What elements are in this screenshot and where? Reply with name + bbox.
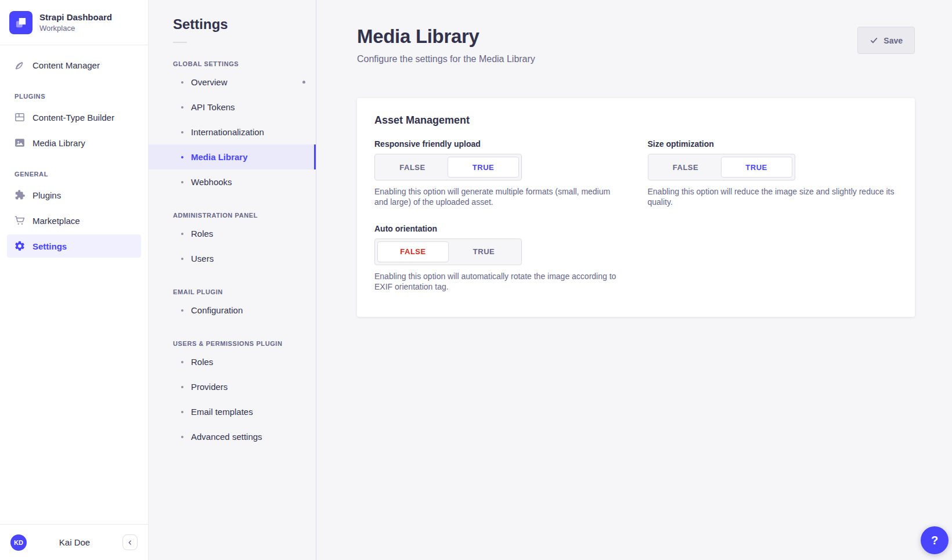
check-icon	[870, 36, 878, 45]
toggle-option-true[interactable]: TRUE	[721, 157, 792, 178]
settings-nav-item-label: Providers	[191, 382, 228, 392]
user-footer: KD Kai Doe	[0, 524, 148, 560]
bullet-icon	[181, 131, 183, 133]
settings-section-header: GLOBAL SETTINGS	[173, 60, 291, 67]
settings-nav-item-label: Configuration	[191, 305, 243, 315]
bullet-icon	[181, 386, 183, 388]
settings-nav-item-label: Webhooks	[191, 177, 232, 187]
settings-sidebar: Settings GLOBAL SETTINGS Overview API To…	[149, 0, 316, 560]
puzzle-icon	[14, 189, 26, 201]
bullet-icon	[181, 411, 183, 413]
feather-pen-icon	[14, 59, 26, 71]
settings-section-header: USERS & PERMISSIONS PLUGIN	[173, 340, 291, 347]
field-label: Responsive friendly upload	[374, 139, 625, 149]
bullet-icon	[181, 181, 183, 183]
strapi-logo-icon	[9, 11, 33, 34]
settings-nav-item-label: Internationalization	[191, 127, 264, 137]
asset-management-card: Asset Management Responsive friendly upl…	[357, 98, 915, 317]
main-navigation: Content ManagerPLUGINS Content-Type Buil…	[0, 45, 148, 524]
toggle-option-false[interactable]: FALSE	[651, 157, 721, 178]
sidebar-section-header: GENERAL	[15, 171, 141, 178]
bullet-icon	[181, 436, 183, 438]
sidebar-item-label: Settings	[33, 241, 67, 251]
setting-field-auto-orientation: Auto orientation FALSETRUE Enabling this…	[374, 224, 625, 292]
setting-field-responsive-friendly-upload: Responsive friendly upload FALSETRUE Ena…	[374, 139, 625, 208]
settings-nav-item-label: Users	[191, 254, 214, 263]
card-title: Asset Management	[374, 114, 897, 127]
sidebar-item-label: Content Manager	[33, 60, 100, 70]
main-content: Media Library Configure the settings for…	[316, 0, 952, 560]
settings-nav-item-media-library[interactable]: Media Library	[149, 144, 316, 169]
sidebar-item-marketplace[interactable]: Marketplace	[7, 209, 141, 232]
workspace-header[interactable]: Strapi Dashboard Workplace	[0, 0, 148, 45]
settings-section-header: EMAIL PLUGIN	[173, 288, 291, 295]
settings-nav-item-label: Roles	[191, 357, 213, 367]
settings-nav-item-users[interactable]: Users	[149, 246, 316, 271]
workspace-name: Workplace	[39, 24, 112, 32]
save-button[interactable]: Save	[857, 27, 915, 54]
boolean-toggle[interactable]: FALSETRUE	[374, 239, 522, 265]
bullet-icon	[181, 258, 183, 260]
settings-nav-item-label: Advanced settings	[191, 432, 262, 442]
app-window: Strapi Dashboard Workplace Content Manag…	[0, 0, 952, 560]
avatar: KD	[10, 534, 27, 551]
field-description: Enabling this option will automatically …	[374, 271, 625, 292]
sidebar-section-header: PLUGINS	[15, 93, 141, 100]
toggle-option-true[interactable]: TRUE	[448, 157, 519, 178]
settings-nav-item-label: Media Library	[191, 152, 248, 162]
collapse-sidebar-button[interactable]	[122, 534, 138, 550]
boolean-toggle[interactable]: FALSETRUE	[374, 154, 522, 180]
sidebar-item-label: Marketplace	[33, 216, 80, 226]
boolean-toggle[interactable]: FALSETRUE	[648, 154, 795, 180]
settings-nav-item-overview[interactable]: Overview	[149, 70, 316, 95]
bullet-icon	[181, 156, 183, 158]
field-label: Size optimization	[648, 139, 898, 149]
settings-nav-item-api-tokens[interactable]: API Tokens	[149, 95, 316, 120]
settings-navigation: GLOBAL SETTINGS Overview API Tokens Inte…	[149, 60, 316, 449]
field-description: Enabling this option will reduce the ima…	[648, 186, 898, 208]
settings-nav-item-label: Email templates	[191, 407, 253, 417]
settings-nav-item-roles[interactable]: Roles	[149, 221, 316, 246]
layout-icon	[14, 111, 26, 123]
toggle-option-false[interactable]: FALSE	[377, 241, 449, 262]
app-title: Strapi Dashboard	[39, 12, 112, 23]
toggle-option-true[interactable]: TRUE	[449, 241, 519, 262]
sidebar-item-settings[interactable]: Settings	[7, 234, 141, 258]
settings-nav-item-label: Roles	[191, 229, 213, 239]
sidebar-item-media-library[interactable]: Media Library	[7, 131, 141, 154]
cart-icon	[14, 215, 26, 226]
page-title: Media Library	[357, 26, 535, 48]
user-name: Kai Doe	[34, 537, 116, 547]
bullet-icon	[181, 106, 183, 109]
bullet-icon	[181, 233, 183, 235]
main-sidebar: Strapi Dashboard Workplace Content Manag…	[0, 0, 149, 560]
settings-nav-item-configuration[interactable]: Configuration	[149, 298, 316, 323]
settings-nav-item-roles[interactable]: Roles	[149, 349, 316, 374]
title-divider	[173, 42, 187, 43]
bullet-icon	[181, 361, 183, 363]
toggle-option-false[interactable]: FALSE	[377, 157, 448, 178]
settings-nav-item-email-templates[interactable]: Email templates	[149, 399, 316, 424]
sidebar-item-content-manager[interactable]: Content Manager	[7, 53, 141, 77]
field-label: Auto orientation	[374, 224, 625, 233]
field-description: Enabling this option will generate multi…	[374, 186, 625, 208]
sidebar-item-label: Media Library	[33, 138, 85, 148]
sidebar-item-label: Content-Type Builder	[33, 113, 114, 122]
settings-fields: Responsive friendly upload FALSETRUE Ena…	[374, 139, 897, 292]
bullet-icon	[181, 309, 183, 312]
settings-nav-item-internationalization[interactable]: Internationalization	[149, 120, 316, 144]
sidebar-item-content-type-builder[interactable]: Content-Type Builder	[7, 106, 141, 129]
help-button[interactable]: ?	[921, 526, 949, 554]
chevron-left-icon	[126, 539, 134, 547]
settings-nav-item-advanced-settings[interactable]: Advanced settings	[149, 424, 316, 449]
gear-icon	[14, 240, 26, 252]
settings-title: Settings	[173, 16, 316, 32]
bullet-icon	[181, 81, 183, 84]
save-button-label: Save	[884, 36, 903, 45]
settings-nav-item-label: API Tokens	[191, 102, 235, 112]
settings-nav-item-webhooks[interactable]: Webhooks	[149, 169, 316, 194]
sidebar-item-label: Plugins	[33, 190, 61, 200]
settings-nav-item-providers[interactable]: Providers	[149, 374, 316, 399]
settings-section-header: ADMINISTRATION PANEL	[173, 212, 291, 219]
sidebar-item-plugins[interactable]: Plugins	[7, 183, 141, 207]
